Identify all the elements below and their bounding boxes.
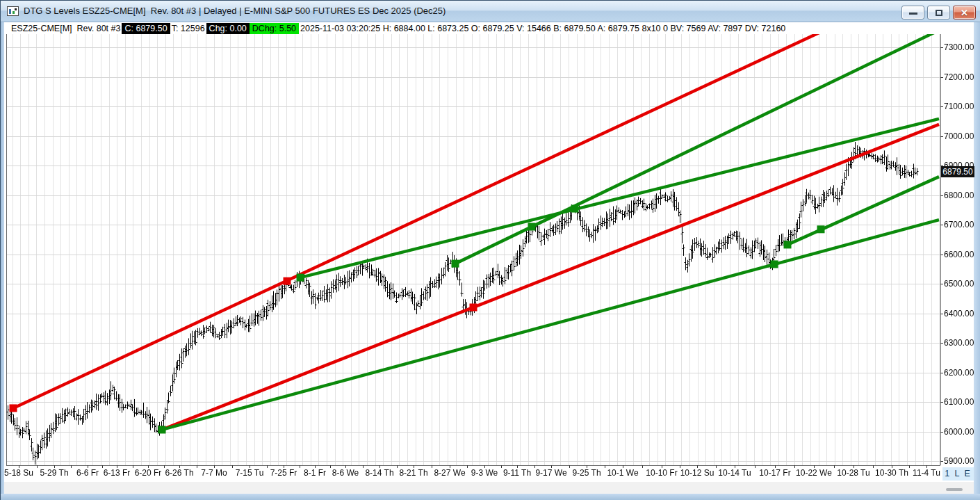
time-axis-label: 7-15 Tu — [236, 468, 264, 478]
time-axis-label: 5-29 Th — [40, 468, 68, 478]
time-axis-label: 6-13 Fr — [104, 468, 131, 478]
time-axis-label: 11-4 Tu — [913, 468, 940, 478]
price-axis-label: 6700.00 — [944, 220, 974, 229]
time-axis-label: 8-27 We — [434, 468, 465, 478]
title-bar[interactable]: DTG S Levels ESZ25-CME[M] Rev. 80t #3 | … — [1, 1, 980, 22]
price-axis-label: 6200.00 — [944, 368, 974, 378]
status-last: C: 6879.50 — [122, 23, 170, 34]
time-axis-label: 5-18 Su — [4, 468, 33, 478]
time-axis-label: 8-1 Fr — [304, 468, 326, 478]
price-axis-label: 7000.00 — [944, 131, 974, 141]
time-axis-label: 7-7 Mo — [201, 468, 227, 478]
price-axis-label: 6500.00 — [944, 279, 974, 289]
time-axis-label: 8-14 Th — [365, 468, 393, 478]
price-axis-label: 7300.00 — [944, 42, 974, 52]
resize-grip[interactable] — [946, 488, 963, 491]
price-axis-label: 7200.00 — [944, 72, 974, 82]
time-axis-label: 8-6 We — [332, 468, 359, 478]
time-axis-label: 9-17 We — [535, 468, 566, 478]
time-axis-label: 7-25 Fr — [270, 468, 297, 478]
close-icon: ✕ — [954, 7, 975, 19]
minimize-icon — [909, 13, 917, 15]
status-bar: ESZ25-CME[M] Rev. 80t #3 C: 6879.50 T: 1… — [4, 22, 974, 35]
restore-icon — [936, 10, 942, 16]
window-border-bottom — [1, 494, 980, 500]
time-axis-label: 10-22 We — [796, 468, 832, 478]
status-change: Chg: 0.00 — [206, 23, 250, 34]
price-axis-label: 6300.00 — [944, 338, 974, 348]
price-axis-label: 6100.00 — [944, 397, 974, 407]
minimize-button[interactable] — [901, 6, 924, 19]
page-indicator[interactable]: 1 L E — [942, 467, 974, 481]
price-axis-label: 6000.00 — [944, 427, 974, 437]
time-axis-label: 10-12 Su — [680, 468, 714, 478]
time-axis-label: 10-10 Fr — [646, 468, 677, 478]
time-axis-label: 10-17 Fr — [759, 468, 790, 478]
price-axis-label: 7100.00 — [944, 102, 974, 111]
time-axis-label: 6-6 Fr — [76, 468, 99, 478]
time-axis-label: 6-20 Fr — [135, 468, 162, 478]
time-axis-label: 10-30 Th — [875, 468, 908, 478]
window-controls: ✕ — [901, 6, 976, 19]
status-session: 2025-11-03 03:20:25 H: 6884.00 L: 6873.2… — [299, 23, 787, 34]
time-axis-label: 8-21 Th — [399, 468, 427, 478]
close-button[interactable]: ✕ — [953, 6, 976, 19]
last-price-badge: 6879.50 — [941, 166, 974, 177]
time-axis-label: 9-11 Th — [503, 468, 531, 478]
price-axis-label: 6600.00 — [944, 250, 974, 259]
price-axis-label: 5900.00 — [944, 456, 974, 466]
chart-app-icon — [7, 6, 19, 16]
status-symbol: ESZ25-CME[M] Rev. 80t #3 — [10, 23, 122, 34]
time-axis-label: 10-1 We — [607, 468, 638, 478]
chart-canvas[interactable] — [4, 34, 974, 482]
time-axis-label: 10-28 Tu — [837, 468, 869, 478]
price-axis-label: 6400.00 — [944, 309, 974, 318]
chart-client-area: ESZ25-CME[M] Rev. 80t #3 C: 6879.50 T: 1… — [4, 22, 974, 494]
bottom-strip — [4, 482, 974, 494]
restore-button[interactable] — [927, 6, 950, 19]
time-axis-label: 6-26 Th — [165, 468, 193, 478]
status-dchange: DChg: 5.50 — [250, 23, 299, 34]
price-axis-label: 6800.00 — [944, 191, 974, 200]
time-axis-label: 9-3 We — [471, 468, 498, 478]
time-axis-label: 10-14 Tu — [718, 468, 751, 478]
app-window: DTG S Levels ESZ25-CME[M] Rev. 80t #3 | … — [0, 0, 980, 500]
time-axis-label: 9-25 Th — [572, 468, 601, 478]
window-border-right — [974, 22, 980, 494]
window-title: DTG S Levels ESZ25-CME[M] Rev. 80t #3 | … — [24, 6, 446, 16]
status-trades: T: 12596 — [170, 23, 206, 34]
